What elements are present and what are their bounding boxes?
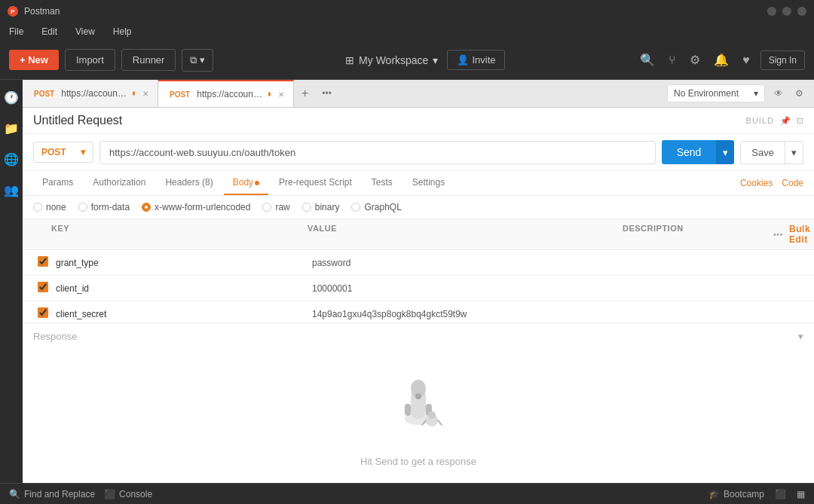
method-selector[interactable]: POST ▾ — [33, 142, 93, 163]
radio-graphql[interactable]: GraphQL — [351, 202, 401, 212]
find-replace-button[interactable]: 🔍 Find and Replace — [9, 489, 95, 499]
environment-selector[interactable]: No Environment ▾ — [667, 84, 765, 102]
radio-none[interactable]: none — [33, 202, 66, 212]
capture-button[interactable]: ⧉ ▾ — [182, 49, 213, 72]
radio-raw[interactable]: raw — [262, 202, 289, 212]
radio-binary[interactable]: binary — [302, 202, 340, 212]
import-button[interactable]: Import — [65, 49, 115, 71]
table-row: grant_type password — [23, 250, 814, 276]
maximize-icon[interactable]: ⊡ — [797, 116, 803, 126]
signin-button[interactable]: Sign In — [760, 50, 805, 70]
req-tab-tests[interactable]: Tests — [363, 171, 402, 195]
row-0-value[interactable]: password — [308, 255, 623, 271]
status-bar: 🔍 Find and Replace ⬛ Console 🎓 Bootcamp … — [0, 483, 814, 504]
toolbar-center: ⊞ My Workspace ▾ 👤 Invite — [219, 50, 631, 70]
row-0-key[interactable]: grant_type — [51, 255, 308, 271]
runner-button[interactable]: Runner — [121, 49, 176, 71]
tab-more-button[interactable]: ••• — [316, 88, 338, 99]
row-0-checkbox[interactable] — [38, 256, 48, 267]
tab-name-1: https://account-web.suuyuu.c... — [197, 89, 264, 99]
settings-icon[interactable]: ⚙ — [687, 50, 703, 70]
req-tab-params[interactable]: Params — [33, 171, 82, 195]
svg-point-7 — [428, 411, 436, 419]
row-1-key[interactable]: client_id — [51, 280, 308, 297]
tab-dot-1 — [268, 92, 271, 96]
menu-edit[interactable]: Edit — [38, 25, 60, 38]
status-bar-right-icon1[interactable]: ⬛ — [775, 489, 786, 499]
radio-form-data[interactable]: form-data — [78, 202, 130, 212]
tabs-bar: POST https://account-web.suuyuu.c... ✕ P… — [23, 80, 659, 107]
bulk-edit-button[interactable]: Bulk Edit — [789, 224, 810, 245]
send-dropdown-button[interactable]: ▾ — [716, 140, 734, 164]
tab-0[interactable]: POST https://account-web.suuyuu.c... ✕ — [23, 80, 158, 107]
toolbar-right: 🔍 ⑂ ⚙ 🔔 ♥ Sign In — [637, 50, 805, 70]
console-label: Console — [119, 489, 152, 499]
main-content: 🕐 📁 🌐 👥 POST https://account-web.suuyuu.… — [0, 80, 814, 483]
tab-1[interactable]: POST https://account-web.suuyuu.c... ✕ — [158, 80, 294, 107]
row-1-desc — [623, 286, 773, 292]
tab-close-1[interactable]: ✕ — [278, 90, 284, 99]
row-2-checkbox[interactable] — [38, 307, 48, 318]
response-dropdown[interactable]: ▾ — [798, 331, 803, 342]
sidebar-users-icon[interactable]: 👥 — [1, 180, 22, 200]
code-link[interactable]: Code — [782, 178, 803, 188]
radio-dot-none — [33, 203, 42, 212]
save-dropdown-button[interactable]: ▾ — [785, 141, 803, 164]
request-title: Untitled Request — [33, 114, 122, 127]
workspace-grid-icon: ⊞ — [345, 54, 354, 66]
request-actions: BUILD 📌 ⊡ — [746, 116, 803, 126]
svg-rect-3 — [405, 404, 411, 416]
radio-urlencoded[interactable]: x-www-form-urlencoded — [142, 202, 250, 212]
fork-icon[interactable]: ⑂ — [666, 50, 679, 70]
more-options-icon[interactable]: ••• — [773, 230, 783, 239]
new-button[interactable]: + New — [9, 50, 59, 70]
title-bar: P Postman — [0, 0, 814, 23]
tab-close-0[interactable]: ✕ — [142, 90, 148, 98]
sidebar-env-icon[interactable]: 🌐 — [1, 149, 22, 170]
workspace-button[interactable]: ⊞ My Workspace ▾ — [345, 54, 438, 66]
bootcamp-button[interactable]: 🎓 Bootcamp — [708, 489, 764, 499]
empty-state: Hit Send to get a response — [23, 350, 814, 483]
col-value: VALUE — [308, 224, 623, 245]
menu-help[interactable]: Help — [110, 25, 135, 38]
req-tab-pre-request[interactable]: Pre-request Script — [270, 171, 361, 195]
row-2-key[interactable]: client_secret — [51, 306, 308, 322]
menu-file[interactable]: File — [6, 25, 26, 38]
url-input[interactable] — [99, 141, 656, 164]
close-button[interactable] — [797, 7, 806, 16]
sidebar-collections-icon[interactable]: 📁 — [1, 118, 22, 139]
radio-dot-binary — [302, 203, 311, 212]
req-tab-auth[interactable]: Authorization — [84, 171, 155, 195]
pin-icon[interactable]: 📌 — [780, 116, 791, 126]
response-area: Response ▾ — [23, 322, 814, 350]
req-tab-body[interactable]: Body — [224, 171, 268, 195]
row-2-actions — [773, 311, 803, 317]
svg-line-9 — [438, 420, 442, 425]
heart-icon[interactable]: ♥ — [739, 50, 753, 70]
row-1-checkbox[interactable] — [38, 282, 48, 292]
menu-view[interactable]: View — [72, 25, 98, 38]
row-1-value[interactable]: 10000001 — [308, 280, 623, 297]
minimize-button[interactable] — [767, 7, 776, 16]
console-button[interactable]: ⬛ Console — [104, 489, 152, 499]
row-2-value[interactable]: 14p9ao1gxu4q3sp8ogk8bq4gkct59t9w — [308, 306, 623, 322]
send-button[interactable]: Send — [662, 140, 717, 164]
request-area: Untitled Request BUILD 📌 ⊡ POST ▾ Send ▾ — [23, 108, 814, 483]
bell-icon[interactable]: 🔔 — [711, 50, 732, 70]
sidebar-history-icon[interactable]: 🕐 — [1, 87, 22, 108]
req-tab-settings[interactable]: Settings — [403, 171, 454, 195]
search-icon[interactable]: 🔍 — [637, 50, 658, 70]
env-settings-icon[interactable]: ⚙ — [792, 85, 806, 102]
env-eye-icon[interactable]: 👁 — [771, 85, 786, 102]
cookies-link[interactable]: Cookies — [740, 178, 773, 188]
tab-method-1: POST — [167, 90, 192, 99]
req-tab-headers[interactable]: Headers (8) — [156, 171, 222, 195]
tab-add-button[interactable]: + — [294, 87, 316, 100]
env-chevron-icon: ▾ — [754, 88, 758, 99]
status-bar-right-icon2[interactable]: ▦ — [797, 489, 805, 499]
maximize-button[interactable] — [782, 7, 791, 16]
invite-button[interactable]: 👤 Invite — [447, 50, 505, 70]
row-0-desc — [623, 260, 773, 266]
table-header: KEY VALUE DESCRIPTION ••• Bulk Edit — [23, 219, 814, 250]
save-button[interactable]: Save — [740, 141, 785, 164]
